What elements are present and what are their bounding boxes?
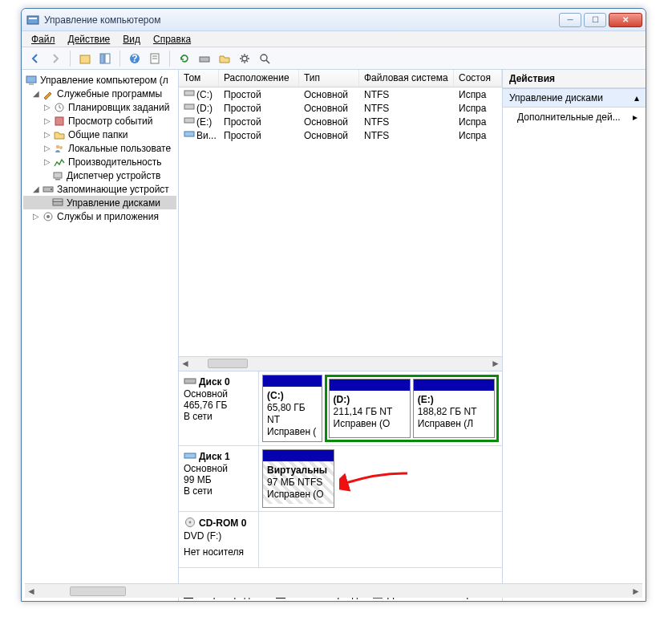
disk-map: Диск 0 Основной 465,76 ГБ В сети (C:)65,…	[179, 371, 502, 586]
show-tree-button[interactable]	[96, 50, 114, 67]
expand-icon[interactable]: ▷	[43, 157, 51, 166]
collapse-icon[interactable]: ◢	[31, 185, 40, 193]
col-status[interactable]: Состоя	[454, 70, 502, 87]
disk-icon	[184, 376, 196, 388]
svg-rect-1	[29, 18, 37, 19]
cdrom-row[interactable]: CD-ROM 0 DVD (F:) Нет носителя	[179, 512, 502, 568]
svg-rect-2	[80, 55, 90, 63]
svg-rect-10	[200, 57, 209, 62]
svg-rect-20	[54, 172, 62, 178]
volumes-table[interactable]: Том Расположение Тип Файловая система Со…	[179, 70, 502, 142]
minimize-button[interactable]: ─	[559, 13, 581, 27]
svg-rect-33	[184, 453, 196, 458]
up-button[interactable]	[76, 50, 94, 67]
tree-item-diskmgmt[interactable]: Управление дисками	[23, 196, 176, 209]
help-button[interactable]: ?	[126, 50, 144, 67]
actions-more[interactable]: Дополнительные дей... ▸	[503, 108, 646, 127]
table-row[interactable]: (E:)ПростойОсновнойNTFSИспра	[179, 115, 502, 128]
disk-list-button[interactable]	[196, 50, 213, 67]
disk-0-partitions: (C:)65,80 ГБ NTИсправен ( (D:)211,14 ГБ …	[259, 371, 502, 445]
svg-rect-17	[55, 117, 63, 125]
menu-file[interactable]: Файл	[25, 32, 62, 47]
toolbar: ?	[22, 47, 646, 70]
col-type[interactable]: Тип	[299, 70, 359, 87]
cdrom-info[interactable]: CD-ROM 0 DVD (F:) Нет носителя	[179, 512, 259, 567]
svg-point-11	[242, 56, 247, 61]
table-hscrollbar[interactable]: ◄►	[179, 356, 502, 371]
search-button[interactable]	[256, 50, 273, 67]
volume-icon	[184, 116, 195, 125]
center-panel: Том Расположение Тип Файловая система Со…	[179, 70, 503, 601]
menu-action[interactable]: Действие	[62, 32, 117, 47]
close-button[interactable]: ✕	[609, 13, 642, 27]
chevron-right-icon: ▸	[633, 112, 638, 123]
props-button[interactable]	[146, 50, 164, 67]
disk-0-row[interactable]: Диск 0 Основной 465,76 ГБ В сети (C:)65,…	[179, 371, 502, 446]
col-layout[interactable]: Расположение	[219, 70, 299, 87]
partition-virtual[interactable]: Виртуальны97 МБ NTFSИсправен (О	[262, 449, 334, 508]
expand-icon[interactable]: ▷	[43, 130, 51, 139]
maximize-button[interactable]: ☐	[584, 13, 606, 27]
svg-point-19	[59, 146, 63, 149]
services-icon	[42, 210, 55, 223]
cdrom-icon	[184, 517, 196, 530]
volumes-header[interactable]: Том Расположение Тип Файловая система Со…	[179, 70, 502, 87]
actions-title: Действия	[503, 70, 646, 88]
menu-help[interactable]: Справка	[147, 32, 197, 47]
expand-icon[interactable]: ▷	[43, 116, 51, 125]
expand-icon[interactable]: ▷	[43, 144, 51, 152]
collapse-icon[interactable]: ▴	[634, 92, 639, 103]
col-filesystem[interactable]: Файловая система	[359, 70, 454, 87]
svg-rect-24	[53, 201, 63, 205]
window-hscrollbar[interactable]: ◄►	[25, 583, 642, 598]
table-row[interactable]: Ви...ПростойОсновнойNTFSИспра	[179, 128, 502, 142]
nav-tree[interactable]: Управление компьютером (л ◢ Служебные пр…	[22, 70, 179, 601]
actions-section[interactable]: Управление дисками ▴	[503, 88, 646, 108]
tree-group-services[interactable]: ▷Службы и приложения	[23, 209, 176, 223]
tree-group-system-tools[interactable]: ◢ Служебные программы	[23, 87, 176, 100]
settings-button[interactable]	[236, 50, 253, 67]
tree-item-scheduler[interactable]: ▷Планировщик заданий	[23, 100, 176, 114]
back-button[interactable]	[26, 50, 44, 67]
svg-rect-4	[105, 54, 110, 63]
storage-icon	[42, 183, 55, 196]
tree-item-perf[interactable]: ▷Производительность	[23, 155, 176, 168]
collapse-icon[interactable]: ◢	[31, 89, 40, 98]
tree-item-shared[interactable]: ▷Общие папки	[23, 128, 176, 141]
tree-item-eventviewer[interactable]: ▷Просмотр событий	[23, 114, 176, 128]
partition-d[interactable]: (D:)211,14 ГБ NTИсправен (О	[329, 379, 411, 438]
forward-button[interactable]	[47, 50, 64, 67]
disk-icon	[184, 451, 196, 463]
svg-rect-28	[184, 91, 194, 95]
titlebar[interactable]: Управление компьютером ─ ☐ ✕	[22, 9, 646, 31]
svg-rect-29	[184, 104, 194, 109]
partition-e[interactable]: (E:)188,82 ГБ NTИсправен (Л	[413, 379, 495, 438]
refresh-button[interactable]	[176, 50, 193, 67]
tree-item-users[interactable]: ▷Локальные пользовате	[23, 141, 176, 155]
users-icon	[53, 142, 66, 155]
expand-icon[interactable]: ▷	[43, 103, 51, 112]
tree-group-storage[interactable]: ◢Запоминающие устройст	[23, 182, 176, 196]
partition-c[interactable]: (C:)65,80 ГБ NTИсправен (	[262, 375, 322, 442]
menu-view[interactable]: Вид	[116, 32, 147, 47]
svg-text:?: ?	[132, 53, 137, 64]
computer-icon	[25, 74, 38, 87]
col-volume[interactable]: Том	[179, 70, 219, 87]
table-row[interactable]: (C:)ПростойОсновнойNTFSИспра	[179, 87, 502, 101]
open-button[interactable]	[216, 50, 233, 67]
svg-rect-32	[184, 379, 196, 384]
svg-point-23	[51, 189, 52, 190]
window: Управление компьютером ─ ☐ ✕ Файл Действ…	[21, 8, 646, 602]
expand-icon[interactable]: ▷	[31, 212, 40, 221]
tree-root[interactable]: Управление компьютером (л	[23, 73, 176, 87]
tree-item-devmgr[interactable]: Диспетчер устройств	[23, 168, 176, 182]
volumes-rows: (C:)ПростойОсновнойNTFSИспра (D:)Простой…	[179, 87, 502, 142]
app-icon	[26, 14, 39, 26]
table-row[interactable]: (D:)ПростойОсновнойNTFSИспра	[179, 101, 502, 115]
tools-icon	[42, 87, 55, 100]
svg-point-18	[56, 144, 59, 148]
svg-point-27	[47, 215, 50, 218]
disk-1-info[interactable]: Диск 1 Основной 99 МБ В сети	[179, 446, 259, 511]
disk-0-info[interactable]: Диск 0 Основной 465,76 ГБ В сети	[179, 371, 259, 445]
disk-1-row[interactable]: Диск 1 Основной 99 МБ В сети Виртуальны9…	[179, 446, 502, 512]
